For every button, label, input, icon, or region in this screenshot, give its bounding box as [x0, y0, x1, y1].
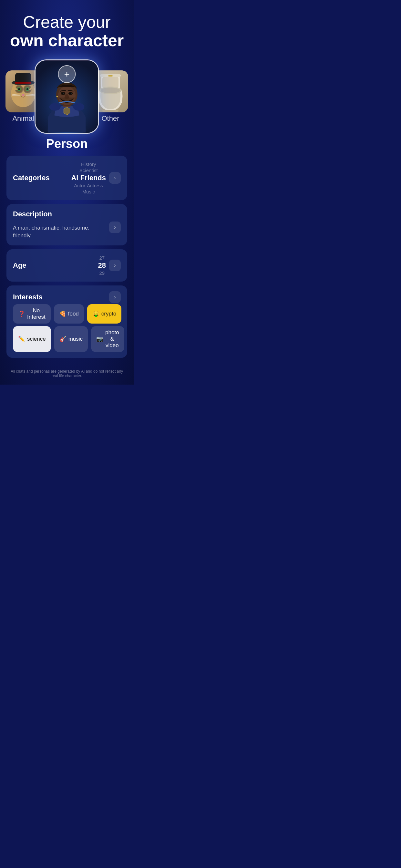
svg-point-34: [57, 96, 58, 97]
category-below-2: Music: [82, 189, 95, 194]
categories-value-container: History Scientist Ai Friends Actor-Actre…: [50, 161, 106, 194]
food-label: food: [68, 311, 79, 317]
category-above-1: History: [81, 161, 96, 167]
interests-chevron-button[interactable]: ›: [109, 291, 121, 303]
description-chevron-button[interactable]: ›: [109, 221, 121, 233]
add-character-button[interactable]: +: [58, 65, 76, 83]
interests-row-1: ❓ No Interest 🍕 food 🤑 crypto: [13, 304, 121, 323]
science-label: science: [27, 336, 46, 342]
science-icon: ✏️: [18, 336, 25, 343]
animal-label: Animal: [12, 114, 34, 123]
other-label: Other: [101, 114, 119, 123]
age-label: Age: [13, 261, 27, 270]
form-sections: Categories History Scientist Ai Friends …: [0, 151, 134, 364]
categories-scroll: History Scientist Ai Friends Actor-Actre…: [71, 161, 106, 194]
no-interest-label: No Interest: [27, 307, 45, 320]
interest-chip-food[interactable]: 🍕 food: [54, 304, 84, 323]
age-value-container: 27 28 29: [27, 255, 106, 276]
svg-point-33: [71, 93, 72, 94]
description-text: A man, charismatic, handsome, friendly: [13, 224, 106, 240]
interests-card: Interests › ❓ No Interest 🍕 food 🤑 crypt…: [6, 285, 127, 358]
svg-point-23: [50, 103, 61, 111]
svg-rect-40: [108, 75, 113, 76]
category-above-2: Scientist: [80, 167, 98, 173]
add-icon: +: [64, 69, 69, 80]
character-type-selector: Animal: [0, 56, 134, 134]
interests-label: Interests: [13, 293, 42, 301]
svg-point-24: [73, 103, 84, 111]
interest-chip-music[interactable]: 🎸 music: [54, 326, 88, 352]
categories-chevron-button[interactable]: ›: [109, 172, 121, 184]
title-line2: own character: [10, 31, 124, 50]
category-below-1: Actor-Actress: [74, 183, 103, 188]
food-icon: 🍕: [59, 310, 66, 317]
interest-chip-science[interactable]: ✏️ science: [13, 326, 51, 352]
age-above: 27: [99, 255, 104, 260]
age-scroll: 27 28 29: [98, 255, 106, 276]
page-title: Create your own character: [10, 13, 124, 50]
music-icon: 🎸: [59, 336, 66, 343]
interest-chip-photo-video[interactable]: 📷 photo & video: [91, 326, 124, 352]
svg-rect-41: [102, 110, 119, 112]
title-line1: Create your: [23, 12, 111, 31]
interest-chip-crypto[interactable]: 🤑 crypto: [87, 304, 121, 323]
categories-card: Categories History Scientist Ai Friends …: [6, 156, 127, 200]
description-card: Description A man, charismatic, handsome…: [6, 204, 127, 245]
no-interest-icon: ❓: [18, 310, 25, 317]
music-label: music: [68, 336, 83, 342]
header-section: Create your own character: [4, 0, 130, 56]
svg-point-10: [18, 88, 20, 90]
age-below: 29: [99, 270, 104, 276]
svg-point-11: [27, 88, 28, 90]
age-selected: 28: [98, 261, 106, 270]
description-label: Description: [13, 210, 121, 218]
description-chevron-icon: ›: [114, 224, 116, 230]
footer-disclaimer: All chats and personas are generated by …: [0, 364, 134, 384]
interests-chevron-icon: ›: [114, 294, 116, 300]
interests-row-2: ✏️ science 🎸 music 📷 photo & video: [13, 326, 121, 352]
selected-type-label: Person: [46, 137, 88, 151]
svg-point-32: [63, 93, 64, 94]
svg-rect-36: [102, 77, 119, 88]
age-chevron-icon: ›: [114, 262, 116, 268]
person-card[interactable]: +: [35, 59, 99, 134]
svg-rect-3: [15, 73, 31, 83]
svg-point-12: [22, 94, 25, 96]
photo-video-label: photo & video: [105, 330, 119, 349]
age-card: Age 27 28 29 ›: [6, 249, 127, 282]
photo-video-icon: 📷: [96, 336, 103, 343]
hero-image: +: [35, 60, 98, 133]
crypto-icon: 🤑: [92, 310, 99, 317]
svg-rect-4: [15, 82, 31, 84]
interest-chip-no-interest[interactable]: ❓ No Interest: [13, 304, 51, 323]
svg-point-39: [101, 88, 120, 93]
category-selected: Ai Friends: [71, 174, 106, 182]
categories-label: Categories: [13, 174, 50, 182]
age-chevron-button[interactable]: ›: [109, 259, 121, 271]
crypto-label: crypto: [101, 311, 116, 317]
categories-chevron-icon: ›: [114, 175, 116, 181]
